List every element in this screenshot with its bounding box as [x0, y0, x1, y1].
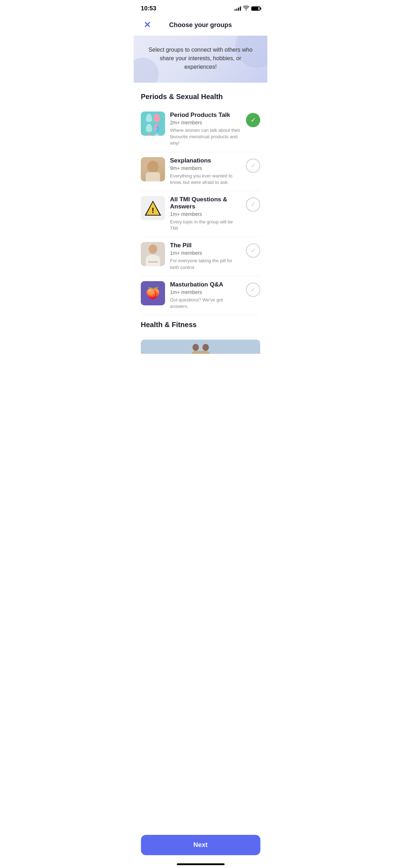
- group-name-period-products: Period Products Talk: [170, 112, 241, 119]
- group-thumbnail-the-pill: [141, 242, 165, 266]
- group-info-the-pill: The Pill 1m+ members For everyone taking…: [170, 242, 241, 270]
- page-title: Choose your groups: [154, 21, 247, 29]
- section-title-periods: Periods & Sexual Health: [141, 93, 260, 101]
- group-item-fitness[interactable]: Fitness & Exercise ✓: [141, 335, 260, 354]
- group-thumbnail-tmi: !: [141, 196, 165, 220]
- group-desc-tmi: Every topic in the group will be TMI: [170, 219, 241, 232]
- group-desc-sexplanations: Everything you ever wanted to know, but …: [170, 173, 241, 186]
- group-desc-period-products: Where women can talk about their favouri…: [170, 127, 241, 147]
- select-button-the-pill[interactable]: ✓: [246, 243, 260, 258]
- select-button-tmi[interactable]: ✓: [246, 197, 260, 212]
- group-thumbnail-masturbation: 🍑: [141, 281, 165, 305]
- svg-point-6: [149, 244, 157, 254]
- select-button-masturbation[interactable]: ✓: [246, 283, 260, 297]
- group-thumbnail-period-products: [141, 112, 165, 136]
- group-members-period-products: 2m+ members: [170, 120, 241, 125]
- group-item-sexplanations[interactable]: Sexplanations 9m+ members Everything you…: [141, 152, 260, 191]
- group-item-the-pill[interactable]: The Pill 1m+ members For everyone taking…: [141, 237, 260, 276]
- group-item-masturbation[interactable]: 🍑 Masturbation Q&A 1m+ members Got quest…: [141, 276, 260, 315]
- group-item-tmi[interactable]: ! All TMI Questions & Answers 1m+ member…: [141, 191, 260, 237]
- group-members-tmi: 1m+ members: [170, 211, 241, 217]
- signal-icon: [235, 6, 241, 11]
- group-thumbnail-fitness: [141, 340, 260, 354]
- fruit-icon: 🍑: [146, 286, 160, 300]
- group-info-tmi: All TMI Questions & Answers 1m+ members …: [170, 196, 241, 232]
- hero-text: Select groups to connect with others who…: [144, 46, 257, 71]
- close-button[interactable]: ✕: [141, 19, 154, 31]
- group-item-period-products[interactable]: Period Products Talk 2m+ members Where w…: [141, 107, 260, 152]
- group-members-sexplanations: 9m+ members: [170, 165, 241, 171]
- status-icons: [235, 6, 260, 11]
- svg-rect-1: [146, 172, 160, 181]
- group-name-sexplanations: Sexplanations: [170, 157, 241, 164]
- hero-banner: Select groups to connect with others who…: [134, 36, 267, 83]
- battery-icon: [251, 6, 260, 11]
- check-icon-unselected-pill: ✓: [251, 247, 256, 254]
- select-button-sexplanations[interactable]: ✓: [246, 159, 260, 173]
- svg-point-9: [192, 344, 199, 351]
- close-icon: ✕: [144, 21, 151, 29]
- svg-point-0: [147, 161, 159, 174]
- content-area: Periods & Sexual Health Period Products …: [134, 83, 267, 397]
- check-icon-selected: ✓: [251, 116, 256, 124]
- svg-point-10: [202, 344, 209, 351]
- section-title-fitness: Health & Fitness: [141, 321, 260, 329]
- group-name-tmi: All TMI Questions & Answers: [170, 196, 241, 210]
- wifi-icon: [243, 6, 249, 11]
- group-info-masturbation: Masturbation Q&A 1m+ members Got questio…: [170, 281, 241, 310]
- check-icon-unselected: ✓: [251, 162, 256, 170]
- check-icon-unselected-masturbation: ✓: [251, 286, 256, 294]
- group-members-masturbation: 1m+ members: [170, 289, 241, 295]
- svg-rect-7: [148, 261, 158, 263]
- group-desc-masturbation: Got questions? We've got answers.: [170, 297, 241, 310]
- header: ✕ Choose your groups: [134, 15, 267, 36]
- group-info-sexplanations: Sexplanations 9m+ members Everything you…: [170, 157, 241, 186]
- group-info-period-products: Period Products Talk 2m+ members Where w…: [170, 112, 241, 147]
- svg-text:!: !: [151, 206, 154, 215]
- group-thumbnail-sexplanations: [141, 157, 165, 181]
- group-name-the-pill: The Pill: [170, 242, 241, 249]
- section-divider: Health & Fitness: [141, 321, 260, 329]
- group-name-masturbation: Masturbation Q&A: [170, 281, 241, 288]
- status-time: 10:53: [141, 5, 156, 12]
- select-button-period-products[interactable]: ✓: [246, 113, 260, 127]
- check-icon-unselected-tmi: ✓: [251, 201, 256, 208]
- group-members-the-pill: 1m+ members: [170, 250, 241, 256]
- status-bar: 10:53: [134, 0, 267, 15]
- group-desc-the-pill: For everyone taking the pill for birth c…: [170, 258, 241, 270]
